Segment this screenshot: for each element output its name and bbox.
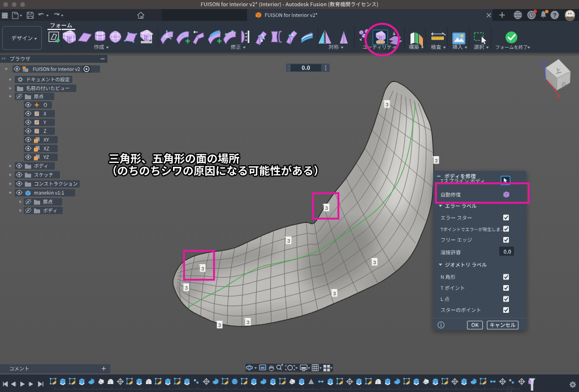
svg-text:3: 3: [386, 101, 388, 107]
svg-text:Z: Z: [542, 61, 546, 67]
svg-text:3: 3: [325, 205, 328, 211]
svg-text:3: 3: [201, 265, 204, 272]
svg-text:3: 3: [333, 290, 336, 296]
svg-text:3: 3: [185, 285, 188, 291]
svg-text:3: 3: [287, 238, 290, 244]
svg-text:3: 3: [435, 157, 438, 163]
svg-text:?: ?: [553, 12, 556, 19]
svg-text:3: 3: [247, 319, 249, 325]
svg-text:X: X: [556, 93, 560, 100]
svg-text:3: 3: [218, 322, 221, 328]
svg-text:3: 3: [373, 259, 376, 265]
